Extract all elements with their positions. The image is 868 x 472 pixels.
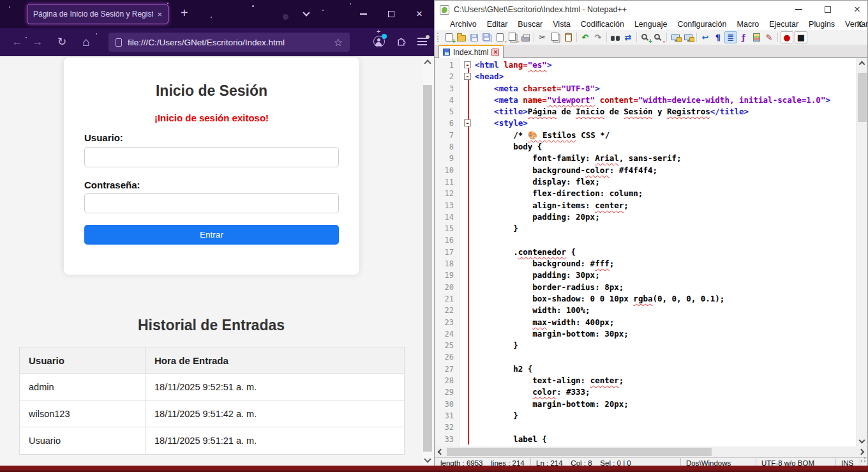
- menu-item[interactable]: Plugins: [804, 20, 840, 29]
- code-editor[interactable]: 1-<html lang="es">2-<head>3 <meta charse…: [435, 58, 867, 446]
- code-line[interactable]: 8 body {: [435, 141, 857, 153]
- editor-horizontal-scrollbar[interactable]: [435, 446, 867, 457]
- copy-icon[interactable]: [549, 31, 562, 43]
- list-tabs-chevron-icon[interactable]: [304, 10, 309, 15]
- code-line[interactable]: 27 h2 {: [435, 363, 857, 375]
- code-line[interactable]: 13 align-items: center;: [435, 200, 857, 211]
- code-line[interactable]: 7 /* 🎨 Estilos CSS */: [435, 130, 857, 141]
- code-line[interactable]: 29 color: #333;: [435, 386, 857, 398]
- browser-scrollbar[interactable]: [423, 56, 433, 466]
- username-input[interactable]: [84, 147, 339, 167]
- code-line[interactable]: 9 font-family: Arial, sans-serif;: [435, 153, 857, 164]
- document-tab-close-icon[interactable]: ×: [491, 49, 499, 56]
- replace-icon[interactable]: ⇄: [622, 31, 634, 43]
- code-line[interactable]: 30 margin-bottom: 20px;: [435, 399, 857, 410]
- code-line[interactable]: 2-<head>: [435, 71, 857, 82]
- menu-item[interactable]: Editar: [482, 20, 513, 29]
- tab-close-icon[interactable]: ×: [157, 10, 162, 19]
- fold-collapse-icon[interactable]: -: [464, 61, 471, 68]
- close-all-icon[interactable]: -: [506, 31, 519, 43]
- new-file-icon[interactable]: +: [442, 31, 455, 43]
- menu-item[interactable]: Ventana: [840, 20, 868, 29]
- word-wrap-icon[interactable]: ↩: [699, 31, 712, 43]
- address-bar[interactable]: file:///C:/Users/GNet/Escritorio/Index.h…: [108, 33, 350, 52]
- code-line[interactable]: 21 box-shadow: 0 0 10px rgba(0, 0, 0, 0.…: [435, 293, 857, 305]
- scroll-down-icon[interactable]: [424, 455, 431, 462]
- back-icon[interactable]: ←: [8, 35, 27, 49]
- scrollbar-thumb[interactable]: [423, 85, 432, 452]
- extensions-puzzle-icon[interactable]: [396, 36, 407, 49]
- browser-tab[interactable]: Página de Inicio de Sesión y Registros ×: [27, 4, 168, 24]
- fold-collapse-icon[interactable]: -: [464, 119, 471, 126]
- code-line[interactable]: 4 <meta name="viewport" content="width=d…: [435, 95, 857, 106]
- code-line[interactable]: 14 padding: 20px;: [435, 211, 857, 223]
- menu-item[interactable]: Configuración: [672, 20, 731, 29]
- scroll-right-icon[interactable]: [858, 449, 865, 455]
- npp-close-button[interactable]: ×: [848, 4, 866, 15]
- record-macro-icon[interactable]: ●: [781, 31, 793, 43]
- menu-item[interactable]: Lenguaje: [629, 20, 672, 29]
- password-input[interactable]: [84, 193, 339, 213]
- code-line[interactable]: 26: [435, 351, 857, 363]
- editor-vertical-scrollbar[interactable]: [857, 58, 867, 446]
- scroll-up-icon[interactable]: [424, 59, 431, 66]
- fold-collapse-icon[interactable]: -: [464, 73, 471, 80]
- new-tab-button[interactable]: +: [181, 6, 188, 20]
- menu-item[interactable]: Archivo: [445, 20, 482, 29]
- close-button[interactable]: ×: [411, 9, 428, 19]
- code-line[interactable]: 15 }: [435, 223, 857, 234]
- reload-icon[interactable]: ↻: [52, 35, 71, 49]
- code-line[interactable]: 33 label {: [435, 434, 857, 445]
- indent-guide-icon[interactable]: ≣: [724, 31, 737, 43]
- cut-icon[interactable]: ✂: [536, 31, 549, 43]
- minimize-button[interactable]: [355, 9, 371, 19]
- code-line[interactable]: 31 }: [435, 410, 857, 422]
- sync-horizontal-icon[interactable]: [682, 31, 694, 43]
- sync-vertical-icon[interactable]: [669, 31, 682, 43]
- maximize-button[interactable]: [383, 9, 400, 19]
- document-map-icon[interactable]: [750, 31, 763, 43]
- home-icon[interactable]: ⌂: [77, 35, 96, 49]
- menu-close-document[interactable]: X: [857, 20, 862, 29]
- menu-item[interactable]: Buscar: [513, 20, 548, 29]
- code-line[interactable]: 19 padding: 30px;: [435, 270, 857, 281]
- login-submit-button[interactable]: Entrar: [84, 225, 339, 245]
- code-line[interactable]: 18 background: #fff;: [435, 258, 857, 270]
- code-line[interactable]: 20 border-radius: 8px;: [435, 282, 857, 293]
- code-line[interactable]: 10 background-color: #f4f4f4;: [435, 165, 857, 176]
- menu-hamburger-icon[interactable]: [417, 38, 427, 47]
- menu-item[interactable]: Vista: [548, 20, 576, 29]
- zoom-in-icon[interactable]: +: [639, 31, 652, 43]
- menu-item[interactable]: Ejecutar: [764, 20, 804, 29]
- function-list-icon[interactable]: ƒ: [737, 31, 750, 43]
- save-all-icon[interactable]: [481, 31, 493, 43]
- open-folder-icon[interactable]: [455, 31, 468, 43]
- code-line[interactable]: 25 }: [435, 340, 857, 351]
- scroll-down-icon[interactable]: [859, 438, 865, 444]
- code-line[interactable]: 12 flex-direction: column;: [435, 188, 857, 199]
- scroll-up-icon[interactable]: [859, 61, 865, 68]
- document-tab[interactable]: Index.html ×: [438, 45, 504, 58]
- stop-macro-icon[interactable]: ■: [795, 31, 807, 43]
- menu-item[interactable]: Macro: [732, 20, 765, 29]
- close-document-icon[interactable]: -: [493, 31, 506, 43]
- scroll-left-icon[interactable]: [438, 449, 444, 455]
- zoom-out-icon[interactable]: -: [652, 31, 664, 43]
- code-line[interactable]: 22 width: 100%;: [435, 305, 857, 316]
- code-line[interactable]: 16: [435, 234, 857, 246]
- save-icon[interactable]: [468, 31, 481, 43]
- code-line[interactable]: 3 <meta charset="UTF-8">: [435, 83, 857, 95]
- scrollbar-thumb[interactable]: [447, 448, 712, 456]
- paste-icon[interactable]: [562, 31, 574, 43]
- find-icon[interactable]: [609, 31, 622, 43]
- scrollbar-thumb[interactable]: [858, 73, 867, 122]
- code-line[interactable]: 24 margin-bottom: 30px;: [435, 328, 857, 340]
- code-line[interactable]: 28 text-align: center;: [435, 375, 857, 386]
- show-all-characters-icon[interactable]: ¶: [712, 31, 724, 43]
- code-line[interactable]: 23 max-width: 400px;: [435, 317, 857, 328]
- code-line[interactable]: 6- <style>: [435, 118, 857, 129]
- undo-icon[interactable]: ↶: [579, 31, 592, 43]
- print-icon[interactable]: [519, 31, 532, 43]
- code-line[interactable]: 5 <title>Página de Inicio de Sesión y Re…: [435, 106, 857, 118]
- npp-minimize-button[interactable]: [789, 4, 807, 15]
